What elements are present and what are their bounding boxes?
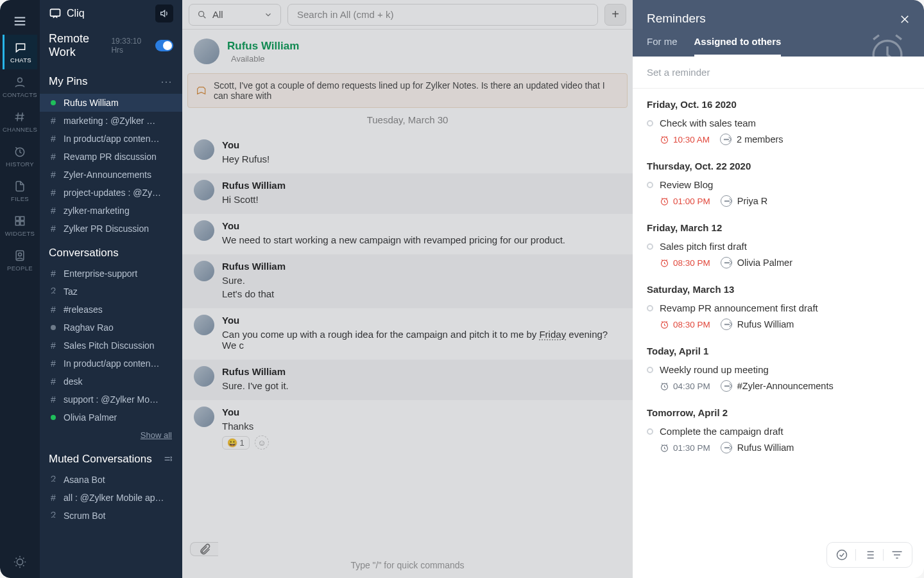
message-0: YouHey Rufus! <box>182 133 633 173</box>
sidebar-item-conv-6[interactable]: #desk <box>40 372 182 390</box>
sidebar-item-pin-0[interactable]: Rufus William <box>40 94 182 112</box>
sidebar-item-pin-1[interactable]: #marketing : @Zylker … <box>40 112 182 130</box>
tab-for-me[interactable]: For me <box>647 36 678 57</box>
reminder-item-5-0[interactable]: Complete the campaign draft01:30 PMRufus… <box>633 422 924 459</box>
list-view-icon[interactable] <box>861 548 878 562</box>
msg-avatar <box>194 139 214 160</box>
add-reaction-icon[interactable]: ☺ <box>255 435 269 450</box>
reminder-time: 01:00 PM <box>660 197 710 206</box>
sidebar-item-pin-4[interactable]: #Zyler-Announcements <box>40 166 182 184</box>
remote-toggle[interactable] <box>155 40 173 51</box>
composer: Type "/" for quick commands <box>182 536 633 578</box>
sidebar-item-conv-5[interactable]: #In product/app conten… <box>40 355 182 372</box>
alarm-decor-icon <box>865 30 910 74</box>
reminder-checkbox[interactable] <box>647 243 653 250</box>
reaction[interactable]: 😀 1 <box>222 436 250 450</box>
menu-icon[interactable] <box>0 8 40 35</box>
sound-toggle[interactable] <box>155 4 173 22</box>
rail-chats[interactable]: CHATS <box>3 35 37 69</box>
theme-toggle-icon[interactable] <box>0 546 40 578</box>
reminder-assignee: Rufus William <box>721 442 794 453</box>
sidebar-item-conv-7[interactable]: #support : @Zylker Mo… <box>40 390 182 408</box>
attach-button[interactable] <box>190 542 218 556</box>
close-icon[interactable] <box>897 12 912 27</box>
reminder-checkbox[interactable] <box>647 305 653 311</box>
peer-name[interactable]: Rufus William <box>227 40 299 53</box>
rail-contacts[interactable]: CONTACTS <box>3 69 37 104</box>
sidebar-item-conv-8[interactable]: Olivia Palmer <box>40 408 182 426</box>
sidebar-item-conv-3[interactable]: Raghav Rao <box>40 319 182 337</box>
reminder-assignee: Rufus William <box>721 319 794 330</box>
reminder-time: 10:30 AM <box>660 135 710 144</box>
reminder-item-3-0[interactable]: Revamp PR announcement first draft08:30 … <box>633 299 924 335</box>
sidebar-item-pin-3[interactable]: #Revamp PR discussion <box>40 148 182 166</box>
reminder-date-0: Friday, Oct. 16 2020 <box>633 89 924 114</box>
reminder-assignee: Olivia Palmer <box>721 257 792 268</box>
rail-files[interactable]: FILES <box>3 173 37 208</box>
pinned-banner[interactable]: Scott, I've got a couple of demo request… <box>187 73 628 108</box>
mark-done-icon[interactable] <box>834 548 850 562</box>
nav-rail: CHATSCONTACTSCHANNELSHISTORYFILESWIDGETS… <box>0 0 40 578</box>
reminder-checkbox[interactable] <box>647 367 653 373</box>
assign-icon <box>721 319 732 330</box>
sidebar-item-conv-1[interactable]: Taz <box>40 283 182 301</box>
remote-work-title: Remote Work <box>49 32 111 59</box>
search-input[interactable]: Search in All (cmd + k) <box>287 4 598 26</box>
tab-assigned-others[interactable]: Assigned to others <box>694 36 782 57</box>
assign-icon <box>721 442 732 453</box>
muted-settings-icon[interactable] <box>163 454 173 464</box>
app-brand: Cliq <box>49 7 85 20</box>
sidebar-item-muted-1[interactable]: #all : @Zylker Mobile ap… <box>40 489 182 507</box>
msg-avatar <box>194 180 214 200</box>
show-all-link[interactable]: Show all <box>40 426 182 444</box>
svg-rect-3 <box>21 216 24 220</box>
reminder-item-1-0[interactable]: Review Blog01:00 PMPriya R <box>633 175 924 212</box>
reminder-item-0-0[interactable]: Check with sales team10:30 AM2 members <box>633 114 924 150</box>
reminders-title: Reminders <box>647 12 910 26</box>
sidebar-item-conv-0[interactable]: #Enterprise-support <box>40 265 182 283</box>
peer-avatar[interactable] <box>194 39 219 64</box>
conversations-heading: Conversations <box>49 247 119 259</box>
reminder-time: 08:30 PM <box>660 320 710 329</box>
chat-header: Rufus William Available <box>182 30 633 71</box>
reminder-checkbox[interactable] <box>647 120 653 127</box>
sidebar-item-pin-7[interactable]: #Zylker PR Discussion <box>40 220 182 238</box>
reminder-checkbox[interactable] <box>647 182 653 188</box>
reminder-item-2-0[interactable]: Sales pitch first draft08:30 PMOlivia Pa… <box>633 237 924 274</box>
sidebar-item-pin-6[interactable]: #zylker-marketing <box>40 202 182 220</box>
rail-history[interactable]: HISTORY <box>3 139 37 173</box>
pin-icon <box>197 85 207 96</box>
sidebar-item-muted-2[interactable]: Scrum Bot <box>40 507 182 525</box>
svg-point-18 <box>837 550 847 560</box>
search-filter[interactable]: All <box>189 4 281 26</box>
reminder-date-5: Tomorrow, April 2 <box>633 397 924 422</box>
sidebar-item-pin-2[interactable]: #In product/app conten… <box>40 130 182 148</box>
svg-point-10 <box>199 11 204 16</box>
reminders-list: Friday, Oct. 16 2020Check with sales tea… <box>633 89 924 578</box>
sidebar-item-conv-4[interactable]: #Sales Pitch Discussion <box>40 337 182 355</box>
app-root: CHATSCONTACTSCHANNELSHISTORYFILESWIDGETS… <box>0 0 924 578</box>
msg-avatar <box>194 407 214 427</box>
pins-menu-icon[interactable]: ⋯ <box>160 74 173 89</box>
reminder-assignee: #Zyler-Announcements <box>721 380 834 392</box>
muted-heading: Muted Conversations <box>49 453 152 466</box>
pins-heading: My Pins <box>49 75 87 88</box>
new-chat-button[interactable]: + <box>604 4 626 26</box>
message-2: YouWe need to start working a new campai… <box>182 214 633 254</box>
sidebar-item-muted-0[interactable]: Asana Bot <box>40 471 182 489</box>
sidebar-item-pin-5[interactable]: #project-updates : @Zy… <box>40 184 182 202</box>
reminder-time: 04:30 PM <box>660 381 710 391</box>
remote-timer: 19:33:10 Hrs <box>111 37 150 55</box>
sidebar-item-conv-2[interactable]: ##releases <box>40 301 182 319</box>
msg-avatar <box>194 220 214 241</box>
chat-main: All Search in All (cmd + k) + Rufus Will… <box>182 0 633 578</box>
rail-people[interactable]: PEOPLE <box>3 243 37 277</box>
svg-rect-9 <box>51 9 60 16</box>
filter-icon[interactable] <box>889 548 905 562</box>
reminder-checkbox[interactable] <box>647 428 653 435</box>
rail-channels[interactable]: CHANNELS <box>3 104 37 139</box>
rail-widgets[interactable]: WIDGETS <box>3 208 37 243</box>
assign-icon <box>721 380 732 392</box>
search-icon <box>197 10 207 20</box>
reminder-item-4-0[interactable]: Weekly round up meeting04:30 PM#Zyler-An… <box>633 360 924 397</box>
